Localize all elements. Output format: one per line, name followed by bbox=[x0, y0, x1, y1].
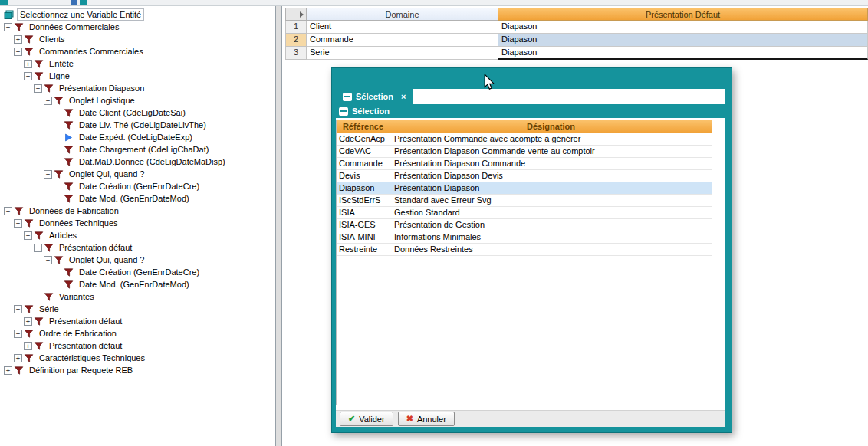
selection-list-row[interactable]: CommandePrésentation Diapason Commande bbox=[337, 158, 712, 170]
tree-item-label: Date Mod. (GenEnrDateMod) bbox=[77, 193, 192, 204]
collapse-box-icon[interactable]: − bbox=[14, 330, 22, 338]
tree-item[interactable]: Date Liv. Thé (CdeLigDateLivThe) bbox=[4, 119, 275, 131]
application-window: Selectionnez une Variable Entité−Données… bbox=[0, 0, 868, 446]
cell-domaine[interactable]: Client bbox=[307, 21, 498, 34]
valider-button[interactable]: ✔ Valider bbox=[340, 412, 393, 426]
tree-item[interactable]: +Entête bbox=[4, 57, 275, 70]
tree-item[interactable]: Selectionnez une Variable Entité bbox=[4, 8, 275, 21]
tree-item[interactable]: −Données de Fabrication bbox=[4, 205, 275, 217]
tree-item[interactable]: −Données Commerciales bbox=[4, 21, 275, 33]
tab-selection[interactable]: Sélection × bbox=[336, 89, 413, 104]
selection-list-row[interactable]: IScStdErrSStandard avec Erreur Svg bbox=[337, 195, 712, 207]
tree-item[interactable]: +Présentation défaut bbox=[4, 315, 275, 327]
cell-domaine[interactable]: Commande bbox=[307, 34, 498, 47]
filter-funnel-icon bbox=[24, 34, 35, 44]
collapse-box-icon[interactable]: − bbox=[34, 244, 42, 252]
annuler-button[interactable]: ✖ Annuler bbox=[398, 412, 455, 426]
tree-item[interactable]: −Ligne bbox=[4, 70, 275, 82]
cell-presentation-defaut[interactable]: Diapason bbox=[498, 34, 868, 47]
collapse-box-icon[interactable]: − bbox=[4, 207, 12, 215]
collapse-box-icon[interactable]: − bbox=[44, 170, 52, 179]
tree-item[interactable]: Variantes bbox=[4, 290, 275, 303]
tree-item[interactable]: −Ordre de Fabrication bbox=[4, 327, 275, 339]
collapse-box-icon[interactable]: − bbox=[24, 72, 32, 80]
tree-item[interactable]: +Caractéristiques Techniques bbox=[4, 352, 275, 364]
column-header-reference[interactable]: Référence bbox=[337, 120, 390, 133]
tab-close-icon[interactable]: × bbox=[401, 92, 406, 101]
column-header-designation[interactable]: Désignation bbox=[390, 120, 712, 133]
collapse-box-icon[interactable]: − bbox=[34, 84, 42, 93]
tree-item-label: Série bbox=[37, 303, 61, 314]
expand-box-icon[interactable]: + bbox=[24, 60, 32, 68]
filter-funnel-icon bbox=[14, 22, 25, 32]
cell-presentation-defaut[interactable]: Diapason bbox=[498, 21, 868, 34]
panel-splitter[interactable] bbox=[275, 6, 282, 446]
collapse-box-icon[interactable]: − bbox=[44, 97, 52, 105]
expand-box-icon[interactable]: + bbox=[14, 35, 22, 44]
filter-funnel-icon bbox=[64, 280, 74, 290]
tree-item[interactable]: +Définition par Requete REB bbox=[4, 364, 275, 376]
selection-dialog: Sélection × Sélection Référence Désignat… bbox=[331, 67, 732, 433]
tree-item[interactable]: +Clients bbox=[4, 33, 275, 45]
cell-presentation-defaut[interactable]: Diapason bbox=[498, 47, 868, 60]
tree-item[interactable]: −Série bbox=[4, 303, 275, 315]
selection-list: Référence Désignation CdeGenAcpPrésentat… bbox=[336, 120, 712, 405]
collapse-box-icon[interactable]: − bbox=[14, 219, 22, 228]
tree-item[interactable]: Date Chargement (CdeLigChaDat) bbox=[4, 143, 275, 156]
tree-item[interactable]: Date Client (CdeLigDateSai) bbox=[4, 107, 275, 119]
tree-indent bbox=[4, 100, 44, 101]
section-title: Sélection bbox=[352, 107, 390, 116]
cell-domaine[interactable]: Serie bbox=[307, 47, 498, 60]
selection-list-row[interactable]: ISIA-GESPrésentation de Gestion bbox=[337, 219, 712, 231]
tree-item[interactable]: −Présentation défaut bbox=[4, 241, 275, 254]
tree-item[interactable]: −Présentation Diapason bbox=[4, 82, 275, 94]
row-number-cell[interactable]: 1 bbox=[285, 21, 307, 34]
selection-list-row[interactable]: ISIA-MINIInformations Minimales bbox=[337, 231, 712, 244]
expand-box-icon[interactable]: + bbox=[14, 354, 22, 362]
tree-item[interactable]: −Onglet Logistique bbox=[4, 94, 275, 107]
expand-box-icon[interactable]: + bbox=[24, 317, 32, 326]
column-header-domaine[interactable]: Domaine bbox=[307, 8, 498, 21]
row-number-cell[interactable]: 3 bbox=[285, 47, 307, 60]
column-header-presentation-defaut[interactable]: Présentation Défaut bbox=[498, 8, 868, 21]
collapse-box-icon[interactable]: − bbox=[14, 305, 22, 313]
tree-item[interactable]: Date Mod. (GenEnrDateMod) bbox=[4, 192, 275, 205]
tree-indent bbox=[4, 346, 24, 346]
dialog-titlebar[interactable] bbox=[332, 68, 732, 89]
tree-item[interactable]: +Présentation défaut bbox=[4, 339, 275, 352]
expand-box-icon[interactable]: + bbox=[24, 342, 32, 350]
selection-list-row[interactable]: RestreinteDonnées Restreintes bbox=[337, 244, 712, 256]
selection-list-row[interactable]: ISIAGestion Standard bbox=[337, 207, 712, 219]
tree-item[interactable]: Date Création (GenEnrDateCre) bbox=[4, 180, 275, 192]
selection-list-row[interactable]: CdeVACPrésentation Diapason Commande ven… bbox=[337, 146, 712, 158]
selection-list-row[interactable]: CdeGenAcpPrésentation Commande avec acom… bbox=[337, 133, 712, 146]
expand-box-icon[interactable]: + bbox=[4, 366, 12, 375]
collapse-box-icon[interactable]: − bbox=[14, 48, 22, 56]
tree-item-label: Caractéristiques Techniques bbox=[37, 353, 147, 363]
toolbar-icon-sliver bbox=[71, 0, 77, 5]
tree-item[interactable]: −Commandes Commerciales bbox=[4, 45, 275, 57]
selection-list-row[interactable]: DevisPrésentation Diapason Devis bbox=[337, 170, 712, 182]
grid-corner-cell[interactable] bbox=[285, 8, 307, 21]
tree-item[interactable]: Date Création (GenEnrDateCre) bbox=[4, 266, 275, 278]
tree-item[interactable]: −Onglet Qui, quand ? bbox=[4, 168, 275, 180]
domain-table: Domaine Présentation Défaut 1ClientDiapa… bbox=[285, 8, 868, 60]
tree-item[interactable]: Date Mod. (GenEnrDateMod) bbox=[4, 278, 275, 290]
row-number-cell[interactable]: 2 bbox=[285, 34, 307, 47]
tree-item-label: Date Mod. (GenEnrDateMod) bbox=[77, 279, 192, 290]
filter-funnel-icon bbox=[14, 206, 25, 216]
selection-list-row[interactable]: DiapasonPrésentation Diapason bbox=[337, 182, 712, 195]
tree-item[interactable]: Dat.MaD.Donnee (CdeLigDateMaDisp) bbox=[4, 156, 275, 168]
tree-item[interactable]: −Données Techniques bbox=[4, 217, 275, 229]
tree-item-label: Date Création (GenEnrDateCre) bbox=[77, 267, 202, 277]
selection-row-reference: Diapason bbox=[337, 182, 390, 194]
collapse-box-icon[interactable]: − bbox=[44, 256, 52, 264]
filter-funnel-icon bbox=[44, 292, 54, 302]
collapse-box-icon[interactable]: − bbox=[4, 23, 12, 31]
collapse-box-icon[interactable]: − bbox=[24, 231, 32, 240]
tree-item[interactable]: Date Expéd. (CdeLigDateExp) bbox=[4, 131, 275, 143]
entity-tree-panel: Selectionnez une Variable Entité−Données… bbox=[0, 6, 275, 446]
tree-item[interactable]: −Onglet Qui, quand ? bbox=[4, 254, 275, 266]
filter-funnel-icon bbox=[54, 255, 64, 265]
tree-item[interactable]: −Articles bbox=[4, 229, 275, 241]
